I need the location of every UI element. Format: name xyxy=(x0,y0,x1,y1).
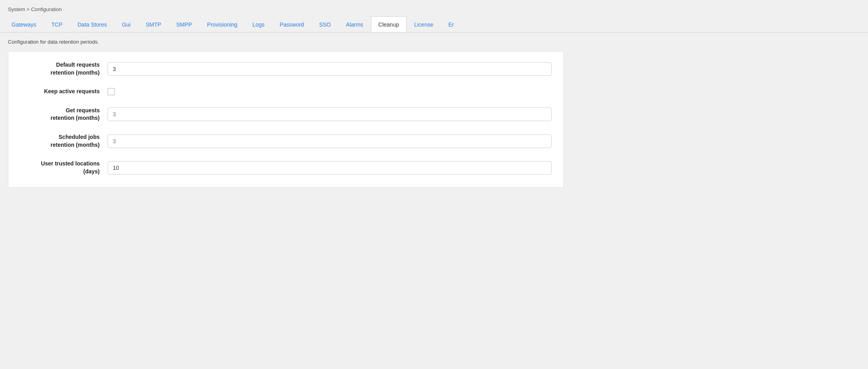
tab-tcp[interactable]: TCP xyxy=(44,16,70,33)
checkbox-keep-active-requests[interactable] xyxy=(108,88,115,95)
tab-er[interactable]: Er xyxy=(441,16,461,33)
tab-logs[interactable]: Logs xyxy=(245,16,272,33)
label-scheduled-jobs-retention: Scheduled jobsretention (months) xyxy=(20,133,108,149)
tab-sso[interactable]: SSO xyxy=(312,16,339,33)
input-scheduled-jobs-retention[interactable] xyxy=(108,135,552,148)
label-keep-active-requests: Keep active requests xyxy=(20,88,108,96)
tab-provisioning[interactable]: Provisioning xyxy=(200,16,245,33)
tab-data-stores[interactable]: Data Stores xyxy=(70,16,114,33)
form-row-scheduled-jobs-retention: Scheduled jobsretention (months) xyxy=(20,133,552,149)
tab-gui[interactable]: Gui xyxy=(114,16,138,33)
breadcrumb-separator: > xyxy=(27,6,30,12)
breadcrumb-system: System xyxy=(8,6,25,12)
form-row-keep-active-requests: Keep active requests xyxy=(20,88,552,96)
form-card: Default requestsretention (months)Keep a… xyxy=(8,51,564,188)
form-row-user-trusted-locations: User trusted locations(days) xyxy=(20,160,552,175)
tab-alarms[interactable]: Alarms xyxy=(338,16,371,33)
tab-gateways[interactable]: Gateways xyxy=(4,16,44,33)
input-get-requests-retention[interactable] xyxy=(108,108,552,121)
form-row-default-requests-retention: Default requestsretention (months) xyxy=(20,61,552,77)
input-default-requests-retention[interactable] xyxy=(108,62,552,76)
label-default-requests-retention: Default requestsretention (months) xyxy=(20,61,108,77)
label-user-trusted-locations: User trusted locations(days) xyxy=(20,160,108,175)
form-row-get-requests-retention: Get requestsretention (months) xyxy=(20,107,552,122)
breadcrumb-current: Configuration xyxy=(31,6,62,12)
page-description: Configuration for data retention periods… xyxy=(8,39,860,45)
tab-password[interactable]: Password xyxy=(272,16,311,33)
content-area: Configuration for data retention periods… xyxy=(0,33,868,194)
input-user-trusted-locations[interactable] xyxy=(108,161,552,175)
tab-cleanup[interactable]: Cleanup xyxy=(371,16,407,33)
tab-smtp[interactable]: SMTP xyxy=(138,16,169,33)
tabs-bar: GatewaysTCPData StoresGuiSMTPSMPPProvisi… xyxy=(0,16,868,33)
tab-license[interactable]: License xyxy=(407,16,441,33)
tab-smpp[interactable]: SMPP xyxy=(169,16,200,33)
breadcrumb: System > Configuration xyxy=(0,0,868,16)
label-get-requests-retention: Get requestsretention (months) xyxy=(20,107,108,122)
